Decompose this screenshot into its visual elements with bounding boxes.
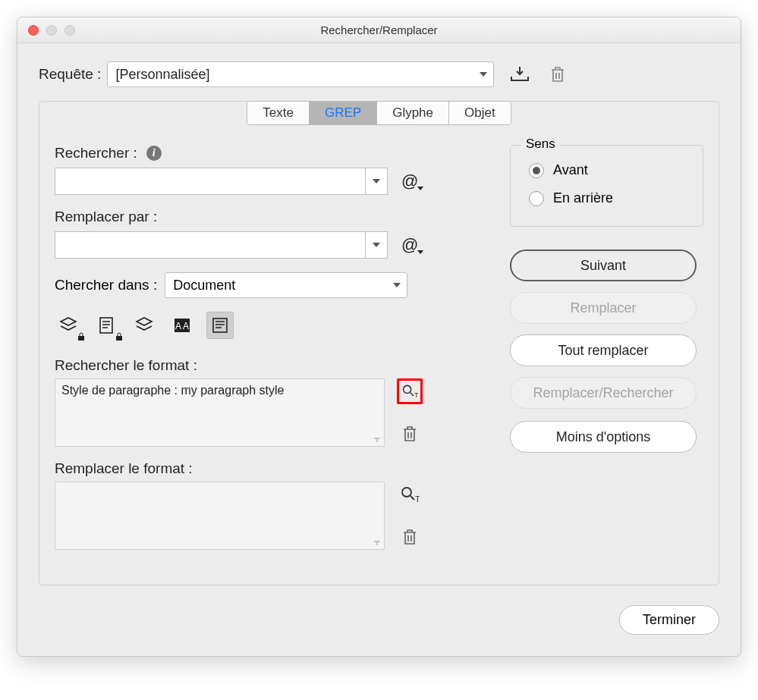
done-button[interactable]: Terminer [619, 605, 719, 635]
titlebar: Rechercher/Remplacer [17, 17, 741, 43]
svg-text:A: A [175, 321, 181, 331]
replace-special-char-menu[interactable]: @ [401, 235, 418, 255]
svg-point-8 [404, 385, 411, 393]
search-label: Rechercher : [55, 145, 137, 162]
svg-rect-2 [116, 336, 122, 341]
replace-all-button[interactable]: Tout remplacer [510, 334, 697, 366]
chevron-down-icon [393, 283, 401, 287]
replace-label: Remplacer par : [55, 209, 157, 225]
svg-rect-1 [100, 318, 112, 333]
specify-replace-format-button[interactable]: T [397, 482, 423, 507]
radio-icon [529, 163, 544, 178]
save-query-icon[interactable] [508, 62, 532, 86]
find-replace-dialog: Rechercher/Remplacer Requête : [Personna… [17, 17, 741, 657]
search-format-box[interactable]: Style de paragraphe : my paragraph style [55, 378, 385, 447]
tab-glyphe[interactable]: Glyphe [377, 102, 449, 124]
search-in-value: Document [173, 278, 235, 293]
include-hidden-layers-icon[interactable] [131, 312, 158, 339]
search-history-dropdown[interactable] [365, 168, 388, 195]
include-locked-layers-icon[interactable] [55, 312, 82, 339]
tab-objet[interactable]: Objet [449, 102, 511, 124]
svg-point-10 [402, 488, 411, 497]
search-input[interactable] [55, 168, 366, 195]
search-in-label: Chercher dans : [55, 277, 157, 293]
direction-group: Sens Avant En arrière [510, 145, 703, 227]
direction-forward-label: Avant [553, 162, 588, 178]
svg-text:A: A [183, 321, 189, 331]
search-in-select[interactable]: Document [165, 272, 407, 298]
direction-backward-label: En arrière [553, 190, 613, 206]
less-options-button[interactable]: Moins d'options [510, 421, 697, 453]
include-master-pages-icon[interactable]: AA [168, 312, 196, 339]
main-panel: Texte GREP Glyphe Objet Rechercher : i [39, 101, 719, 585]
tab-texte[interactable]: Texte [247, 102, 310, 124]
delete-query-icon[interactable] [546, 62, 570, 86]
direction-legend: Sens [521, 137, 560, 152]
query-label: Requête : [39, 66, 101, 83]
window-title: Rechercher/Remplacer [17, 24, 741, 36]
include-footnotes-icon[interactable] [206, 312, 234, 339]
chevron-down-icon [373, 243, 380, 247]
replace-button: Remplacer [510, 292, 697, 324]
close-window-button[interactable] [28, 25, 39, 36]
window-controls [28, 25, 75, 36]
search-format-label: Rechercher le format : [55, 357, 480, 374]
zoom-window-button[interactable] [64, 25, 75, 36]
direction-backward-radio[interactable]: En arrière [529, 190, 684, 206]
chevron-down-icon [373, 179, 380, 184]
radio-icon [529, 191, 544, 206]
replace-input[interactable] [55, 231, 366, 259]
replace-format-box[interactable] [55, 482, 385, 550]
svg-rect-7 [213, 319, 227, 332]
tab-grep[interactable]: GREP [310, 102, 377, 124]
replace-history-dropdown[interactable] [365, 231, 388, 259]
search-format-value: Style de paragraphe : my paragraph style [61, 384, 285, 397]
svg-text:T: T [415, 494, 420, 504]
search-special-char-menu[interactable]: @ [401, 171, 418, 191]
query-select-value: [Personnalisée] [115, 67, 209, 83]
replace-find-button: Remplacer/Rechercher [510, 377, 697, 409]
clear-search-format-button[interactable] [397, 421, 423, 447]
clear-replace-format-button[interactable] [397, 524, 423, 550]
minimize-window-button[interactable] [46, 25, 57, 36]
replace-format-label: Remplacer le format : [55, 460, 480, 477]
direction-forward-radio[interactable]: Avant [529, 162, 684, 178]
query-select[interactable]: [Personnalisée] [107, 61, 494, 87]
chevron-down-icon [480, 72, 487, 77]
find-next-button[interactable]: Suivant [510, 250, 697, 281]
svg-text:T: T [414, 391, 418, 399]
mode-tabs: Texte GREP Glyphe Objet [247, 101, 511, 125]
include-locked-stories-icon[interactable] [93, 312, 120, 339]
svg-rect-0 [78, 336, 84, 341]
specify-search-format-button[interactable]: T [397, 378, 423, 404]
info-icon[interactable]: i [146, 146, 162, 161]
